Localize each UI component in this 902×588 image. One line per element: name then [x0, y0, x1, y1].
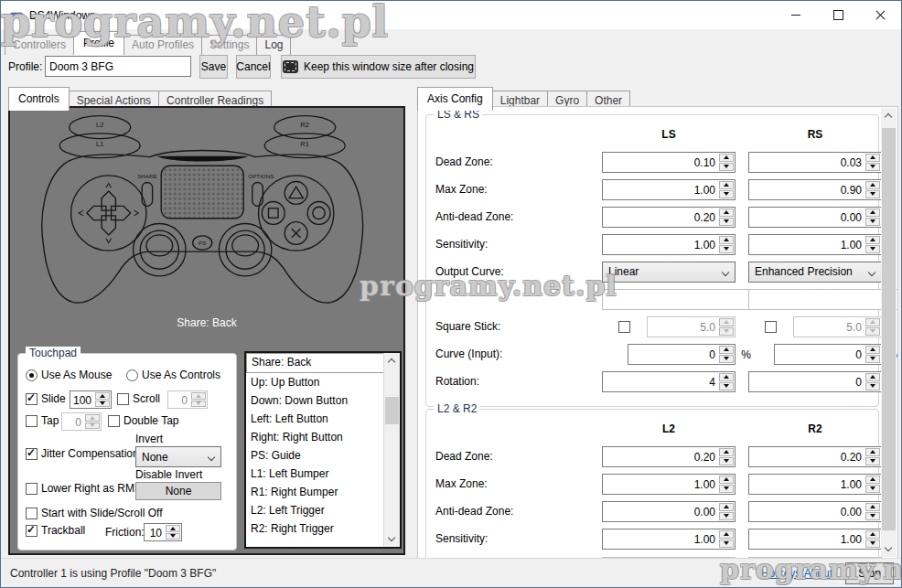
- spin-down[interactable]: [865, 218, 880, 226]
- spin-down[interactable]: [166, 533, 180, 540]
- scroll-down-icon[interactable]: [881, 541, 897, 557]
- scroll-down-icon[interactable]: [384, 531, 400, 547]
- spin-up[interactable]: [719, 476, 734, 484]
- use-as-mouse-radio[interactable]: Use As Mouse: [26, 369, 112, 381]
- spin-down[interactable]: [865, 382, 880, 390]
- rs-rotation-spinner[interactable]: 0: [748, 371, 882, 392]
- scroll-sensitivity-spinner[interactable]: 0: [167, 390, 208, 409]
- ls-max-zone-spinner[interactable]: 1.00: [602, 179, 736, 200]
- use-as-controls-radio[interactable]: Use As Controls: [126, 369, 220, 381]
- spin-up[interactable]: [719, 181, 734, 189]
- list-item[interactable]: L2: Left Trigger: [246, 501, 384, 519]
- list-item[interactable]: R2: Right Trigger: [246, 519, 384, 538]
- spin-down[interactable]: [865, 512, 880, 520]
- profile-name-input[interactable]: [45, 56, 191, 77]
- spin-down[interactable]: [191, 401, 206, 408]
- save-button[interactable]: Save: [199, 55, 228, 79]
- ls-rotation-spinner[interactable]: 4: [602, 371, 736, 392]
- spin-down[interactable]: [865, 355, 880, 363]
- scroll-checkbox[interactable]: Scroll: [117, 392, 160, 405]
- hotkeys-about-link[interactable]: Hotkeys/About: [761, 567, 832, 580]
- spin-down[interactable]: [865, 327, 880, 336]
- ls-curve-input-spinner[interactable]: 0: [628, 344, 736, 365]
- list-item[interactable]: L1: Left Bumper: [246, 465, 384, 483]
- scroll-up-icon[interactable]: [881, 108, 897, 123]
- slide-checkbox[interactable]: Slide: [26, 392, 66, 405]
- spin-down[interactable]: [865, 540, 880, 548]
- spin-down[interactable]: [865, 163, 880, 171]
- ls-output-curve-dropdown[interactable]: Linear: [602, 262, 736, 283]
- tap-checkbox[interactable]: Tap: [26, 414, 59, 427]
- spin-down[interactable]: [719, 457, 734, 465]
- tab-auto-profiles[interactable]: Auto Profiles: [123, 35, 202, 55]
- axis-config-scrollbar[interactable]: [881, 108, 897, 557]
- spin-down[interactable]: [719, 218, 734, 226]
- spin-down[interactable]: [865, 190, 880, 198]
- jitter-compensation-checkbox[interactable]: Jitter Compensation: [26, 447, 139, 460]
- trackball-checkbox[interactable]: Trackball: [26, 524, 85, 537]
- spin-down[interactable]: [719, 540, 734, 548]
- list-item[interactable]: Down: Down Button: [246, 391, 384, 410]
- spin-down[interactable]: [719, 512, 734, 520]
- tab-controls[interactable]: Controls: [8, 87, 70, 111]
- controller-diagram[interactable]: L2 L1 R2 R1 SHARE OPTIONS: [10, 110, 403, 315]
- list-item[interactable]: Share: Back: [246, 353, 384, 373]
- spin-up[interactable]: [719, 208, 734, 217]
- spin-up[interactable]: [865, 181, 880, 189]
- ls-custom-curve-input[interactable]: [602, 289, 753, 310]
- spin-down[interactable]: [865, 245, 880, 253]
- spin-up[interactable]: [865, 236, 880, 244]
- tab-controllers[interactable]: Controllers: [5, 35, 74, 55]
- spin-down[interactable]: [719, 190, 734, 198]
- ls-anti-dead-zone-spinner[interactable]: 0.20: [602, 207, 736, 228]
- ls-sensitivity-spinner[interactable]: 1.00: [602, 234, 736, 255]
- r2-sensitivity-spinner[interactable]: 1.00: [748, 529, 882, 550]
- spin-up[interactable]: [865, 154, 880, 162]
- close-button[interactable]: [859, 1, 901, 29]
- spin-up[interactable]: [865, 530, 880, 539]
- minimize-button[interactable]: [775, 1, 817, 29]
- spin-down[interactable]: [85, 422, 100, 430]
- spin-down[interactable]: [95, 401, 110, 408]
- l2-sensitivity-spinner[interactable]: 1.00: [602, 529, 736, 550]
- spin-down[interactable]: [719, 327, 734, 336]
- scroll-up-icon[interactable]: [384, 353, 400, 369]
- rs-curve-input-spinner[interactable]: 0: [774, 344, 882, 365]
- spin-up[interactable]: [865, 448, 880, 456]
- rs-custom-curve-input[interactable]: [748, 289, 898, 310]
- l2-anti-dead-zone-spinner[interactable]: 0.00: [602, 501, 736, 522]
- rs-dead-zone-spinner[interactable]: 0.03: [748, 152, 882, 173]
- spin-up[interactable]: [865, 373, 880, 381]
- spin-down[interactable]: [719, 245, 734, 253]
- scrollbar-thumb[interactable]: [882, 128, 896, 530]
- r2-anti-dead-zone-spinner[interactable]: 0.00: [748, 501, 882, 522]
- double-tap-checkbox[interactable]: Double Tap: [108, 414, 179, 427]
- spin-up[interactable]: [85, 414, 100, 422]
- list-scrollbar[interactable]: [383, 353, 400, 547]
- spin-down[interactable]: [719, 355, 734, 363]
- list-item[interactable]: Left: Left Button: [246, 410, 384, 428]
- lower-right-rmb-checkbox[interactable]: Lower Right as RMB: [26, 482, 142, 495]
- spin-up[interactable]: [719, 503, 734, 511]
- spin-up[interactable]: [95, 392, 110, 400]
- keep-window-size-toggle[interactable]: Keep this window size after closing: [281, 55, 476, 79]
- r2-dead-zone-spinner[interactable]: 0.20: [748, 446, 882, 467]
- ls-dead-zone-spinner[interactable]: 0.10: [602, 152, 736, 173]
- spin-up[interactable]: [719, 448, 734, 456]
- spin-down[interactable]: [719, 382, 734, 390]
- rs-sensitivity-spinner[interactable]: 1.00: [748, 234, 882, 255]
- l2-dead-zone-spinner[interactable]: 0.20: [602, 446, 736, 467]
- slide-sensitivity-spinner[interactable]: 100: [70, 390, 112, 409]
- start-slide-scroll-off-checkbox[interactable]: Start with Slide/Scroll Off: [26, 507, 163, 519]
- spin-down[interactable]: [865, 457, 880, 465]
- spin-up[interactable]: [719, 154, 734, 162]
- scrollbar-thumb[interactable]: [385, 397, 399, 424]
- spin-up[interactable]: [865, 476, 880, 484]
- invert-dropdown[interactable]: None: [135, 446, 221, 467]
- cancel-button[interactable]: Cancel: [236, 55, 271, 79]
- maximize-button[interactable]: [817, 1, 859, 29]
- ls-square-stick-spinner[interactable]: 5.0: [647, 316, 736, 337]
- list-item[interactable]: R1: Right Bumper: [246, 483, 384, 501]
- tab-log[interactable]: Log: [256, 35, 291, 55]
- rs-square-stick-checkbox[interactable]: [765, 321, 777, 333]
